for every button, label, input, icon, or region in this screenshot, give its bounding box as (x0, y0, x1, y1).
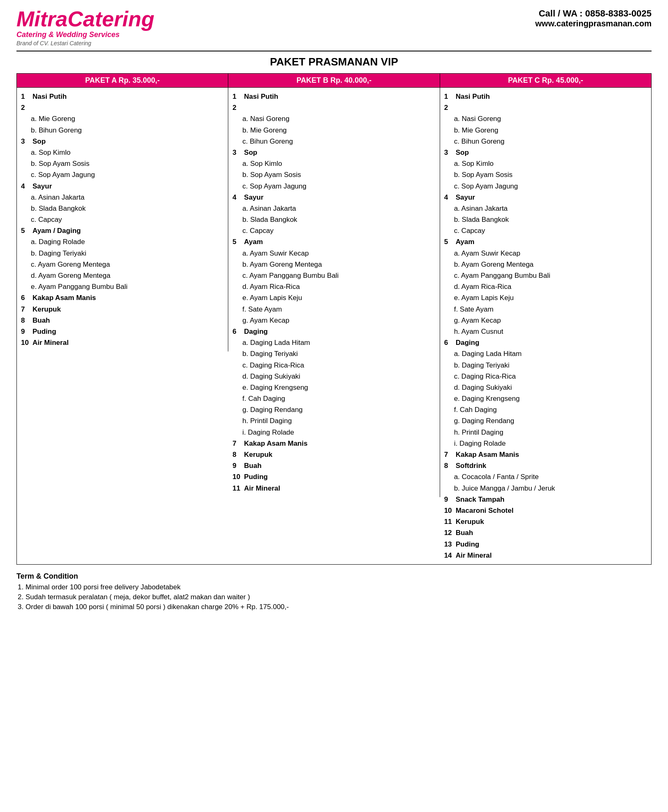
terms-item: Minimal order 100 porsi free delivery Ja… (26, 583, 652, 591)
menu-number: 14 (444, 550, 453, 561)
package-header-c: PAKET C Rp. 45.000,- (440, 74, 651, 88)
menu-item: 1Nasi Putih (232, 91, 435, 102)
contact-area: Call / WA : 0858-8383-0025 www.cateringp… (535, 8, 652, 28)
menu-item: 7Kakap Asam Manis (232, 438, 435, 449)
menu-number: 11 (444, 516, 453, 527)
menu-sub-list: a. Mie Gorengb. Bihun Goreng (21, 113, 224, 135)
menu-item: 4Sayur (232, 192, 435, 203)
menu-sub-list: a. Daging Lada Hitamb. Daging Teriyakic.… (444, 348, 647, 449)
menu-label: Puding (244, 471, 268, 482)
menu-number: 5 (232, 236, 241, 247)
package-body-a: 1Nasi Putih2a. Mie Gorengb. Bihun Goreng… (17, 88, 228, 351)
menu-number: 6 (21, 292, 30, 303)
menu-number: 10 (232, 471, 241, 482)
website: www.cateringprasmanan.com (535, 19, 652, 28)
menu-number: 6 (444, 337, 453, 348)
menu-sub-list: a. Ayam Suwir Kecapb. Ayam Goreng Menteg… (444, 248, 647, 337)
menu-number: 2 (444, 102, 453, 113)
menu-label: Air Mineral (244, 483, 280, 494)
menu-sub-item: a. Asinan Jakarta (454, 203, 647, 214)
menu-sub-list: a. Sop Kimlob. Sop Ayam Sosisc. Sop Ayam… (21, 147, 224, 181)
package-col-c: PAKET C Rp. 45.000,-1Nasi Putih2a. Nasi … (440, 74, 651, 564)
menu-sub-item: a. Ayam Suwir Kecap (454, 248, 647, 259)
menu-sub-item: b. Mie Goreng (454, 125, 647, 136)
menu-item: 13Puding (444, 539, 647, 550)
package-col-b: PAKET B Rp. 40.000,-1Nasi Putih2a. Nasi … (228, 74, 440, 497)
menu-item: 6Daging (444, 337, 647, 348)
menu-label: Kerupuk (456, 516, 484, 527)
menu-label: Daging (456, 337, 480, 348)
menu-number: 8 (21, 315, 30, 326)
menu-label: Kerupuk (32, 304, 61, 315)
menu-label: Sop (456, 147, 469, 158)
menu-item: 4Sayur (444, 192, 647, 203)
menu-sub-item: c. Capcay (242, 225, 435, 236)
header-divider (16, 51, 652, 51)
menu-sub-item: d. Daging Sukiyaki (242, 371, 435, 382)
menu-number: 4 (444, 192, 453, 203)
menu-item: 8Buah (21, 315, 224, 326)
menu-sub-item: c. Daging Rica-Rica (242, 360, 435, 371)
menu-sub-list: a. Asinan Jakartab. Slada Bangkokc. Capc… (232, 203, 435, 237)
menu-sub-item: g. Daging Rendang (242, 404, 435, 415)
menu-label: Softdrink (456, 460, 487, 471)
logo-brand: MitraCatering (16, 8, 154, 30)
menu-label: Ayam (244, 236, 263, 247)
menu-sub-item: h. Ayam Cusnut (454, 326, 647, 337)
menu-item: 7Kerupuk (21, 304, 224, 315)
menu-item: 3Sop (232, 147, 435, 158)
menu-item: 11Kerupuk (444, 516, 647, 527)
menu-label: Daging (244, 326, 268, 337)
menu-number: 7 (232, 438, 241, 449)
menu-item: 9Buah (232, 460, 435, 471)
menu-label: Sop (244, 147, 257, 158)
menu-sub-item: c. Ayam Panggang Bumbu Bali (242, 270, 435, 281)
menu-sub-item: h. Printil Daging (454, 427, 647, 438)
menu-sub-item: a. Cocacola / Fanta / Sprite (454, 471, 647, 482)
menu-sub-item: a. Daging Lada Hitam (242, 337, 435, 348)
menu-sub-item: b. Sop Ayam Sosis (242, 169, 435, 180)
menu-sub-item: b. Mie Goreng (242, 125, 435, 136)
menu-number: 4 (232, 192, 241, 203)
menu-sub-item: f. Cah Daging (454, 404, 647, 415)
menu-sub-list: a. Nasi Gorengb. Mie Gorengc. Bihun Gore… (232, 113, 435, 147)
terms-title: Term & Condition (16, 572, 652, 581)
menu-item: 1Nasi Putih (21, 91, 224, 102)
menu-sub-list: a. Nasi Gorengb. Mie Gorengc. Bihun Gore… (444, 113, 647, 147)
menu-label: Air Mineral (456, 550, 492, 561)
menu-number: 1 (232, 91, 241, 102)
menu-item: 5Ayam / Daging (21, 225, 224, 236)
menu-sub-list: a. Ayam Suwir Kecapb. Ayam Goreng Menteg… (232, 248, 435, 326)
menu-sub-item: b. Bihun Goreng (31, 125, 224, 136)
packages-row: PAKET A Rp. 35.000,-1Nasi Putih2a. Mie G… (16, 73, 652, 565)
menu-item: 4Sayur (21, 181, 224, 192)
menu-label: Macaroni Schotel (456, 505, 514, 516)
menu-number: 11 (232, 483, 241, 494)
menu-sub-item: c. Sop Ayam Jagung (242, 181, 435, 192)
menu-label: Air Mineral (32, 337, 69, 348)
page-title: PAKET PRASMANAN VIP (16, 56, 652, 68)
menu-label: Kerupuk (244, 449, 272, 460)
logo-brand-text: Brand of CV. Lestari Catering (16, 40, 154, 47)
menu-item: 6Daging (232, 326, 435, 337)
phone-number: Call / WA : 0858-8383-0025 (535, 8, 652, 19)
menu-sub-item: a. Sop Kimlo (31, 147, 224, 158)
menu-sub-item: d. Ayam Goreng Mentega (31, 270, 224, 281)
menu-sub-item: a. Asinan Jakarta (31, 192, 224, 203)
logo-area: MitraCatering Catering & Wedding Service… (16, 8, 154, 47)
menu-label: Puding (456, 539, 480, 550)
menu-sub-item: b. Slada Bangkok (242, 214, 435, 225)
menu-label: Sop (32, 136, 46, 147)
menu-sub-item: c. Daging Rica-Rica (454, 371, 647, 382)
menu-item: 1Nasi Putih (444, 91, 647, 102)
menu-item: 5Ayam (232, 236, 435, 247)
menu-item: 3Sop (444, 147, 647, 158)
terms-list: Minimal order 100 porsi free delivery Ja… (26, 583, 652, 611)
menu-item: 9Snack Tampah (444, 494, 647, 505)
terms-item: Sudah termasuk peralatan ( meja, dekor b… (26, 593, 652, 601)
menu-number: 9 (444, 494, 453, 505)
menu-item: 2 (232, 102, 435, 113)
menu-sub-item: h. Printil Daging (242, 415, 435, 426)
menu-number: 3 (21, 136, 30, 147)
menu-item: 10Macaroni Schotel (444, 505, 647, 516)
